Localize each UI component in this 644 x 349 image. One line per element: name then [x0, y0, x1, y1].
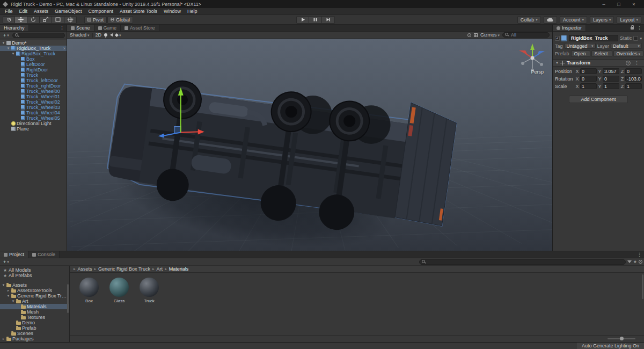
- hierarchy-item[interactable]: Truck_leftDoor: [0, 78, 67, 83]
- menu-item[interactable]: GameObject: [52, 9, 85, 14]
- hidden-packages-button[interactable]: [639, 260, 642, 264]
- hierarchy-item[interactable]: Truck_Wheel04: [0, 110, 67, 115]
- audio-toggle[interactable]: [110, 33, 113, 37]
- folder-item[interactable]: Scenes: [0, 331, 69, 336]
- object-name-field[interactable]: RigidBox_Truck: [569, 35, 618, 41]
- x-value-field[interactable]: 0: [580, 76, 597, 82]
- hierarchy-item[interactable]: Truck_Wheel02: [0, 99, 67, 105]
- folder-item[interactable]: Prefab: [0, 325, 69, 331]
- hierarchy-tab[interactable]: Hierarchy: [0, 25, 29, 31]
- prefab-nav-icon[interactable]: ›: [63, 46, 67, 51]
- hierarchy-item[interactable]: Plane: [0, 126, 67, 132]
- favorites-button[interactable]: ★: [633, 260, 637, 264]
- y-value-field[interactable]: 3.057: [603, 68, 619, 74]
- create-asset-button[interactable]: +▾: [2, 259, 11, 265]
- help-icon[interactable]: ?: [626, 61, 631, 66]
- layer-dropdown[interactable]: Default▾: [611, 43, 642, 49]
- move-tool-button[interactable]: [15, 16, 27, 24]
- collab-dropdown[interactable]: Collab▾: [517, 16, 541, 24]
- hierarchy-item[interactable]: Truck_Wheel03: [0, 105, 67, 110]
- account-dropdown[interactable]: Account▾: [560, 16, 587, 24]
- x-value-field[interactable]: 1: [580, 83, 597, 89]
- folder-item[interactable]: ▼ Assets: [0, 282, 69, 288]
- rotate-tool-button[interactable]: [27, 16, 40, 24]
- hierarchy-item[interactable]: RightDoor: [0, 67, 67, 72]
- foldout-icon[interactable]: ▼: [555, 61, 559, 64]
- project-search-input[interactable]: [419, 259, 626, 265]
- layout-dropdown[interactable]: Layout▾: [617, 16, 641, 24]
- z-value-field[interactable]: -103.0: [625, 76, 642, 82]
- panel-menu-icon[interactable]: ⋮: [635, 251, 644, 258]
- scene-viewport[interactable]: Persp: [67, 39, 552, 251]
- content-scrollbar[interactable]: [642, 274, 643, 299]
- hierarchy-item[interactable]: ▼ Demo*: [0, 40, 67, 46]
- auto-generate-lighting-button[interactable]: Auto Generate Lighting On: [577, 343, 644, 349]
- breadcrumb-item[interactable]: ▸ Generic Rigid Box Truck: [94, 266, 151, 272]
- menu-item[interactable]: Component: [85, 9, 117, 14]
- cloud-button[interactable]: [544, 16, 557, 24]
- grid-settings-button[interactable]: [474, 33, 478, 37]
- menu-item[interactable]: Window: [160, 9, 184, 14]
- folder-item[interactable]: ▸ AssetStoreTools: [0, 288, 69, 293]
- asset-item[interactable]: Box: [77, 278, 101, 303]
- pause-button[interactable]: [309, 16, 322, 24]
- view-tab[interactable]: Game: [94, 25, 121, 31]
- expand-arrow-icon[interactable]: ▼: [2, 40, 5, 46]
- inspector-tab[interactable]: Inspector: [553, 25, 586, 31]
- tag-dropdown[interactable]: Untagged▾: [565, 43, 596, 49]
- transform-tool-button[interactable]: [64, 16, 77, 24]
- folder-item[interactable]: Demo: [0, 320, 69, 325]
- panel-menu-icon[interactable]: ⋮: [635, 25, 644, 31]
- breadcrumb-item[interactable]: ▸ Materials: [165, 266, 188, 272]
- view-tab[interactable]: Scene: [67, 25, 94, 31]
- expand-arrow-icon[interactable]: ▼: [11, 51, 15, 56]
- hierarchy-item[interactable]: ▼ RigidBox_Truck ›: [0, 46, 67, 51]
- prefab-action-button[interactable]: Open: [571, 50, 590, 57]
- prefab-action-button[interactable]: Overrides▾: [613, 50, 644, 57]
- hierarchy-item[interactable]: LeftDoor: [0, 62, 67, 67]
- folder-item[interactable]: Mesh: [0, 309, 69, 315]
- folder-item[interactable]: Materials: [0, 304, 69, 309]
- global-toggle[interactable]: Global: [107, 16, 133, 24]
- favorite-item[interactable]: All Prefabs: [0, 273, 69, 278]
- rect-tool-button[interactable]: [52, 16, 64, 24]
- static-checkbox[interactable]: [633, 36, 638, 41]
- gizmos-dropdown[interactable]: Gizmos▾: [480, 32, 500, 38]
- menu-item[interactable]: File: [2, 9, 16, 14]
- add-component-button[interactable]: Add Component: [569, 96, 628, 103]
- hierarchy-item[interactable]: Truck_Wheel01: [0, 94, 67, 99]
- expand-arrow-icon[interactable]: ▸: [6, 288, 10, 293]
- layers-dropdown[interactable]: Layers▾: [590, 16, 614, 24]
- y-value-field[interactable]: 1: [603, 83, 619, 89]
- slider-thumb[interactable]: [620, 337, 624, 340]
- component-tools-button[interactable]: [467, 33, 471, 37]
- expand-arrow-icon[interactable]: ▼: [2, 282, 5, 288]
- hand-tool-button[interactable]: [3, 16, 15, 24]
- minimize-button[interactable]: –: [596, 2, 611, 7]
- folder-item[interactable]: ▸ Packages: [0, 336, 69, 341]
- close-button[interactable]: ×: [626, 2, 641, 7]
- play-button[interactable]: [296, 16, 309, 24]
- view-tab[interactable]: Asset Store: [121, 25, 159, 31]
- z-value-field[interactable]: 0: [625, 68, 642, 74]
- menu-item[interactable]: Assets: [31, 9, 52, 14]
- menu-item[interactable]: Help: [184, 9, 201, 14]
- effects-dropdown[interactable]: ▾: [115, 33, 121, 37]
- scale-tool-button[interactable]: [40, 16, 52, 24]
- hierarchy-item[interactable]: Truck_rightDoor: [0, 83, 67, 89]
- hierarchy-item[interactable]: Box: [0, 56, 67, 62]
- z-value-field[interactable]: 1: [625, 83, 642, 89]
- step-button[interactable]: [322, 16, 335, 24]
- expand-arrow-icon[interactable]: ▸: [2, 336, 5, 341]
- hierarchy-item[interactable]: Truck_Wheel00: [0, 89, 67, 94]
- transform-component-header[interactable]: ▼ Transform ? ⋮: [553, 59, 644, 67]
- breadcrumb-item[interactable]: ▸ Assets: [74, 266, 92, 272]
- thumbnail-zoom-slider[interactable]: [608, 338, 635, 339]
- folder-item[interactable]: Textures: [0, 315, 69, 320]
- tree-scrollbar[interactable]: [67, 284, 69, 313]
- active-checkbox[interactable]: ✓: [555, 36, 560, 41]
- hierarchy-item[interactable]: ▼ RigidBox_Truck: [0, 51, 67, 56]
- panel-menu-icon[interactable]: ⋮: [57, 25, 67, 31]
- projection-label[interactable]: Persp: [531, 69, 544, 75]
- breadcrumb-item[interactable]: ▸ Art: [152, 266, 163, 272]
